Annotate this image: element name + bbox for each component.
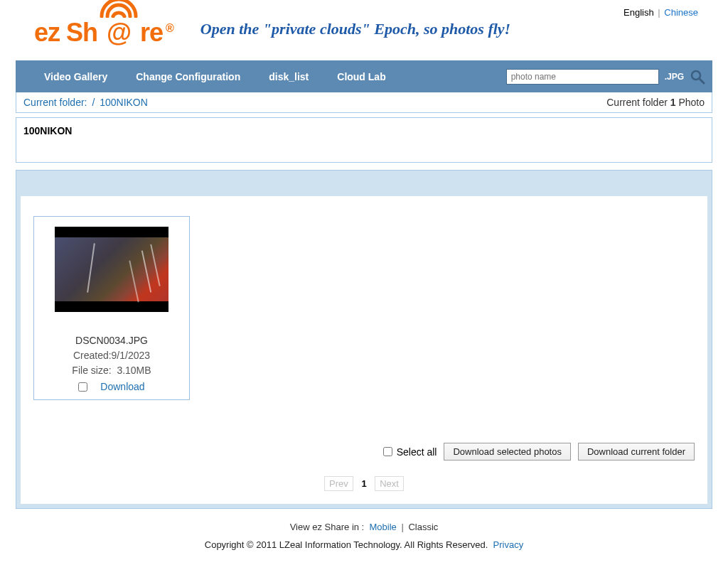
logo-text-post: re — [140, 18, 163, 48]
view-mobile-link[interactable]: Mobile — [369, 522, 396, 532]
search-icon — [690, 69, 705, 85]
lang-chinese[interactable]: Chinese — [664, 7, 698, 18]
pager-prev[interactable]: Prev — [324, 476, 353, 491]
nav-item-disk-list[interactable]: disk_list — [269, 71, 309, 82]
breadcrumb-root[interactable]: Current folder: — [23, 97, 87, 108]
view-classic-label: Classic — [408, 522, 438, 532]
photo-filesize: File size: 3.10MB — [41, 363, 182, 378]
logo-registered: ® — [166, 22, 173, 35]
select-all-label[interactable]: Select all — [383, 446, 437, 458]
search-input[interactable] — [506, 69, 659, 85]
photo-download-link[interactable]: Download — [100, 381, 144, 392]
nav-links: Video Gallery Change Configuration disk_… — [44, 71, 386, 82]
header: ez Sh @ re ® Open the "private clouds" E… — [16, 18, 712, 60]
pager-current: 1 — [357, 477, 370, 490]
photo-created: Created:9/1/2023 — [41, 348, 182, 363]
lang-english[interactable]: English — [623, 7, 654, 18]
breadcrumb: Current folder: / 100NIKON Current folde… — [16, 92, 712, 113]
nav-item-change-configuration[interactable]: Change Configuration — [136, 71, 240, 82]
select-all-checkbox[interactable] — [383, 447, 392, 456]
photo-select-checkbox[interactable] — [78, 382, 87, 392]
svg-line-1 — [700, 79, 704, 83]
breadcrumb-separator: / — [90, 97, 97, 108]
wifi-icon — [99, 0, 139, 18]
breadcrumb-folder[interactable]: 100NIKON — [100, 97, 148, 108]
footer-view-modes: View ez Share in : Mobile | Classic — [16, 522, 712, 532]
photo-card: DSCN0034.JPG Created:9/1/2023 File size:… — [33, 216, 190, 400]
nav-item-video-gallery[interactable]: Video Gallery — [44, 71, 107, 82]
nav-item-cloud-lab[interactable]: Cloud Lab — [337, 71, 385, 82]
search: .JPG — [506, 69, 705, 85]
pager-next[interactable]: Next — [375, 476, 404, 491]
download-folder-button[interactable]: Download current folder — [578, 443, 695, 461]
photo-filename: DSCN0034.JPG — [41, 333, 182, 348]
copyright: Copyright © 2011 LZeal Information Techn… — [16, 539, 712, 550]
photo-thumbnail[interactable] — [55, 227, 168, 312]
folder-count: Current folder 1 Photo — [606, 97, 705, 108]
gallery: DSCN0034.JPG Created:9/1/2023 File size:… — [16, 170, 712, 509]
logo: ez Sh @ re ® — [34, 18, 171, 48]
navbar: Video Gallery Change Configuration disk_… — [16, 60, 712, 92]
logo-text-pre: ez Sh — [34, 18, 97, 48]
folder-title: 100NIKON — [16, 117, 712, 163]
search-extension: .JPG — [662, 72, 687, 82]
logo-at: @ — [107, 18, 131, 47]
lang-separator: | — [656, 7, 661, 18]
download-selected-button[interactable]: Download selected photos — [444, 443, 571, 461]
bulk-actions: Select all Download selected photos Down… — [33, 443, 695, 461]
slogan: Open the "private clouds" Epoch, so phot… — [200, 20, 510, 38]
privacy-link[interactable]: Privacy — [493, 539, 524, 550]
search-button[interactable] — [690, 69, 705, 85]
pager: Prev 1 Next — [33, 476, 695, 491]
